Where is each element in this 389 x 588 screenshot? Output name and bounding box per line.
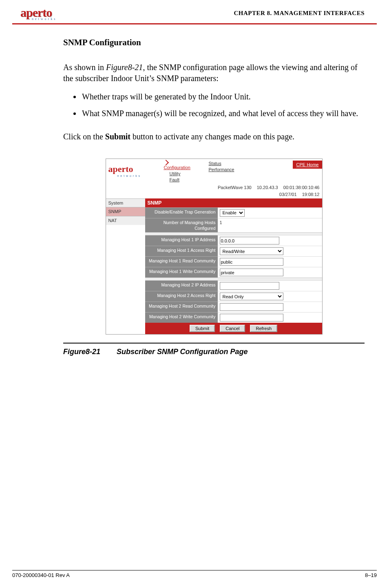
nav-system[interactable]: System bbox=[106, 198, 145, 207]
host1-writecomm-label: Managing Host 1 Write Community bbox=[145, 267, 218, 277]
cpe-home-link[interactable]: CPE Home bbox=[293, 161, 322, 169]
footer-page-number: 8–19 bbox=[365, 572, 377, 578]
instruction-paragraph: Click on the Submit button to activate a… bbox=[63, 131, 365, 142]
intro-paragraph: As shown in Figure8-21, the SNMP configu… bbox=[63, 62, 365, 84]
tab-utility[interactable]: Utility bbox=[170, 171, 209, 177]
host1-writecomm-input[interactable] bbox=[220, 269, 283, 276]
figure-number: Figure8-21 bbox=[63, 348, 100, 356]
hosts-configured-label: Number of Managing Hosts Configured bbox=[145, 218, 218, 232]
side-nav: System SNMP NAT bbox=[106, 198, 145, 335]
status-mac: 00:01:38:00:10:46 bbox=[283, 185, 320, 190]
host2-writecomm-input[interactable] bbox=[220, 314, 283, 322]
screenshot-logo: aperto n e t w o r k s bbox=[106, 159, 164, 182]
chapter-heading: CHAPTER 8. MANAGEMENT INTERFACES bbox=[234, 10, 365, 17]
host1-ip-label: Managing Host 1 IP Address bbox=[145, 235, 218, 246]
figure-title: Subscriber SNMP Configuration Page bbox=[117, 348, 248, 356]
nav-nat[interactable]: NAT bbox=[106, 216, 145, 225]
tab-fault[interactable]: Fault bbox=[170, 177, 209, 183]
host2-readcomm-input[interactable] bbox=[220, 303, 283, 311]
trap-gen-select[interactable]: Enable bbox=[220, 209, 245, 217]
panel-header: SNMP bbox=[145, 198, 322, 207]
logo: aperto n e t w o r k s bbox=[20, 6, 55, 21]
trap-gen-label: Disable/Enable Trap Generation bbox=[145, 207, 218, 218]
status-ip: 10.20.43.3 bbox=[257, 185, 278, 190]
hosts-configured-value: 1 bbox=[218, 218, 322, 232]
host2-access-select[interactable]: Read Only bbox=[220, 293, 283, 300]
footer-doc-id: 070-20000340-01 Rev A bbox=[12, 572, 70, 578]
host1-readcomm-label: Managing Host 1 Read Community bbox=[145, 256, 218, 267]
divider bbox=[145, 232, 322, 235]
figure-caption: Figure8-21Subscriber SNMP Configuration … bbox=[63, 344, 365, 357]
tab-status[interactable]: Status bbox=[209, 161, 250, 167]
tab-configuration[interactable]: Configuration bbox=[164, 161, 209, 171]
status-bar: PacketWave 130 10.20.43.3 00:01:38:00:10… bbox=[106, 183, 322, 192]
status-time: 19:08:12 bbox=[302, 192, 320, 197]
refresh-button[interactable]: Refresh bbox=[250, 325, 277, 332]
bullet-list: Whether traps will be generated by the I… bbox=[63, 91, 365, 119]
host2-readcomm-label: Managing Host 2 Read Community bbox=[145, 302, 218, 312]
host2-writecomm-label: Managing Host 2 Write Community bbox=[145, 312, 218, 323]
status-model: PacketWave 130 bbox=[218, 185, 252, 190]
host1-access-label: Managing Host 1 Access Right bbox=[145, 246, 218, 256]
page-header: aperto n e t w o r k s CHAPTER 8. MANAGE… bbox=[12, 0, 377, 24]
status-date: 03/27/01 bbox=[279, 192, 297, 197]
nav-snmp[interactable]: SNMP bbox=[106, 207, 145, 216]
tab-performance[interactable]: Performance bbox=[209, 167, 250, 173]
status-bar-2: 03/27/01 19:08:12 bbox=[106, 192, 322, 198]
host2-ip-label: Managing Host 2 IP Address bbox=[145, 280, 218, 291]
host2-ip-input[interactable] bbox=[220, 282, 279, 290]
host2-access-label: Managing Host 2 Access Right bbox=[145, 291, 218, 302]
logo-subtext: n e t w o r k s bbox=[32, 17, 55, 21]
submit-button[interactable]: Submit bbox=[190, 325, 215, 332]
list-item: What SNMP manager(s) will be recognized,… bbox=[81, 108, 365, 119]
section-title: SNMP Configuration bbox=[63, 37, 365, 48]
divider bbox=[145, 277, 322, 280]
embedded-screenshot: aperto n e t w o r k s Configuration Uti… bbox=[106, 159, 323, 335]
list-item: Whether traps will be generated by the I… bbox=[81, 91, 365, 102]
host1-access-select[interactable]: Read/Write bbox=[220, 247, 283, 255]
host1-readcomm-input[interactable] bbox=[220, 258, 283, 266]
host1-ip-input[interactable] bbox=[220, 237, 279, 244]
figure-ref: Figure8-21 bbox=[106, 63, 143, 72]
cancel-button[interactable]: Cancel bbox=[220, 325, 245, 332]
page-footer: 070-20000340-01 Rev A 8–19 bbox=[12, 570, 377, 578]
